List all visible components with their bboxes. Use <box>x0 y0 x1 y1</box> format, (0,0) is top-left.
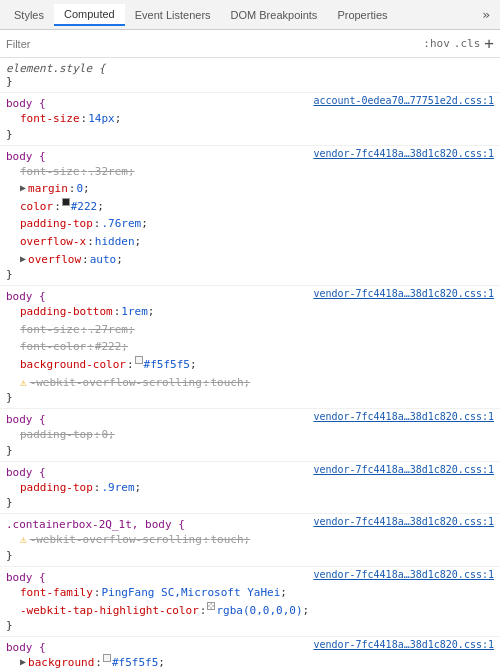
property-name: -webkit-tap-highlight-color <box>20 602 199 620</box>
prop-colon: : <box>87 338 94 356</box>
tab-dom-breakpoints[interactable]: DOM Breakpoints <box>221 5 328 25</box>
prop-semicolon: ; <box>83 180 90 198</box>
prop-semicolon: ; <box>128 321 135 339</box>
cls-filter[interactable]: .cls <box>454 37 481 50</box>
property-value: .76rem <box>101 215 141 233</box>
property-line: ⚠-webkit-overflow-scrolling: touch; <box>6 374 494 392</box>
prop-colon: : <box>94 426 101 444</box>
rule-brace-close: } <box>6 444 494 457</box>
prop-colon: : <box>82 251 89 269</box>
add-rule-button[interactable]: + <box>484 36 494 52</box>
hov-filter[interactable]: :hov <box>423 37 450 50</box>
tab-event-listeners[interactable]: Event Listeners <box>125 5 221 25</box>
tab-overflow[interactable]: » <box>476 7 496 22</box>
prop-colon: : <box>203 374 210 392</box>
rule-source-link[interactable]: account-0edea70…77751e2d.css:1 <box>313 95 494 106</box>
rule-source-link[interactable]: vendor-7fc4418a…38d1c820.css:1 <box>313 516 494 527</box>
property-line: font-size: .32rem; <box>6 163 494 181</box>
prop-semicolon: ; <box>190 356 197 374</box>
prop-semicolon: ; <box>141 215 148 233</box>
rule-source-link[interactable]: vendor-7fc4418a…38d1c820.css:1 <box>313 288 494 299</box>
filter-input[interactable] <box>6 38 423 50</box>
expand-arrow-icon[interactable]: ▶ <box>20 180 26 196</box>
property-name: background <box>28 654 94 671</box>
property-line: background-color: #f5f5f5; <box>6 356 494 374</box>
prop-semicolon: ; <box>148 303 155 321</box>
prop-semicolon: ; <box>115 110 122 128</box>
rule-block: vendor-7fc4418a…38d1c820.css:1body {padd… <box>0 462 500 515</box>
prop-colon: : <box>94 215 101 233</box>
filter-actions: :hov .cls + <box>423 36 494 52</box>
property-value: PingFang SC,Microsoft YaHei <box>101 584 280 602</box>
property-value: .27rem <box>88 321 128 339</box>
rule-brace-close: } <box>6 128 494 141</box>
color-swatch[interactable] <box>62 198 70 206</box>
property-line: font-size: 14px; <box>6 110 494 128</box>
prop-colon: : <box>87 233 94 251</box>
color-swatch[interactable] <box>103 654 111 662</box>
warning-icon: ⚠ <box>20 531 27 549</box>
tab-computed[interactable]: Computed <box>54 4 125 26</box>
prop-colon: : <box>95 654 102 671</box>
rule-brace-close: } <box>6 619 494 632</box>
prop-colon: : <box>127 356 134 374</box>
property-value: 0 <box>76 180 83 198</box>
filter-bar: :hov .cls + <box>0 30 500 58</box>
rule-block: vendor-7fc4418a…38d1c820.css:1body {▶bac… <box>0 637 500 671</box>
property-name: padding-top <box>20 479 93 497</box>
property-name: padding-bottom <box>20 303 113 321</box>
property-name: color <box>20 198 53 216</box>
property-name: overflow <box>28 251 81 269</box>
rule-selector: element.style { <box>6 60 494 75</box>
color-swatch[interactable] <box>207 602 215 610</box>
property-name: font-size <box>20 110 80 128</box>
property-name: overflow-x <box>20 233 86 251</box>
prop-colon: : <box>81 163 88 181</box>
rule-source-link[interactable]: vendor-7fc4418a…38d1c820.css:1 <box>313 148 494 159</box>
rule-source-link[interactable]: vendor-7fc4418a…38d1c820.css:1 <box>313 639 494 650</box>
prop-semicolon: ; <box>244 374 251 392</box>
property-name: -webkit-overflow-scrolling <box>30 374 202 392</box>
prop-semicolon: ; <box>280 584 287 602</box>
property-line: -webkit-tap-highlight-color: rgba(0,0,0,… <box>6 602 494 620</box>
property-value: #f5f5f5 <box>112 654 158 671</box>
prop-semicolon: ; <box>108 426 115 444</box>
tab-styles[interactable]: Styles <box>4 5 54 25</box>
property-value: #222 <box>71 198 98 216</box>
property-line: padding-bottom: 1rem; <box>6 303 494 321</box>
property-value: touch <box>210 374 243 392</box>
expand-arrow-icon[interactable]: ▶ <box>20 251 26 267</box>
tab-properties[interactable]: Properties <box>327 5 397 25</box>
rule-brace-close: } <box>6 391 494 404</box>
rule-block: account-0edea70…77751e2d.css:1body {font… <box>0 93 500 146</box>
property-name: font-color <box>20 338 86 356</box>
rules-area: element.style {}account-0edea70…77751e2d… <box>0 58 500 671</box>
rule-block: vendor-7fc4418a…38d1c820.css:1body {padd… <box>0 286 500 409</box>
property-value: 0 <box>101 426 108 444</box>
prop-semicolon: ; <box>121 338 128 356</box>
expand-arrow-icon[interactable]: ▶ <box>20 654 26 670</box>
property-line: padding-top: .9rem; <box>6 479 494 497</box>
prop-colon: : <box>69 180 76 198</box>
prop-colon: : <box>114 303 121 321</box>
property-line: ⚠-webkit-overflow-scrolling: touch; <box>6 531 494 549</box>
rule-brace-close: } <box>6 496 494 509</box>
rule-block: element.style {} <box>0 58 500 93</box>
prop-colon: : <box>81 110 88 128</box>
property-line: ▶background: #f5f5f5; <box>6 654 494 671</box>
rule-source-link[interactable]: vendor-7fc4418a…38d1c820.css:1 <box>313 569 494 580</box>
property-name: margin <box>28 180 68 198</box>
rule-block: vendor-7fc4418a…38d1c820.css:1body {font… <box>0 567 500 637</box>
property-value: rgba(0,0,0,0) <box>216 602 302 620</box>
rule-block: vendor-7fc4418a…38d1c820.css:1body {padd… <box>0 409 500 462</box>
rule-source-link[interactable]: vendor-7fc4418a…38d1c820.css:1 <box>313 464 494 475</box>
warning-icon: ⚠ <box>20 374 27 392</box>
property-value: .32rem <box>88 163 128 181</box>
color-swatch[interactable] <box>135 356 143 364</box>
property-name: -webkit-overflow-scrolling <box>30 531 202 549</box>
rule-block: vendor-7fc4418a…38d1c820.css:1body {font… <box>0 146 500 287</box>
property-name: font-family <box>20 584 93 602</box>
rule-source-link[interactable]: vendor-7fc4418a…38d1c820.css:1 <box>313 411 494 422</box>
rule-brace-close: } <box>6 75 494 88</box>
property-value: 14px <box>88 110 115 128</box>
